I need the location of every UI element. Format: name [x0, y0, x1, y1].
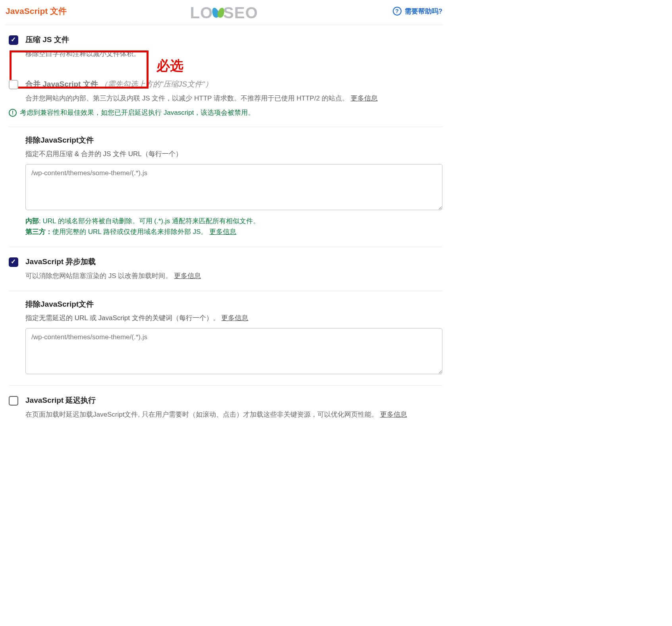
section-title: JavaScript 文件: [6, 6, 67, 17]
combine-js-title-paren: （需先勾选上方的"压缩JS文件"）: [100, 80, 212, 88]
defer-js-checkbox[interactable]: [9, 257, 18, 267]
minify-js-desc: 移除空白字符和注释以减小文件体积。: [25, 49, 442, 59]
more-info-link[interactable]: 更多信息: [380, 411, 407, 418]
exclude-defer-title: 排除JavaScript文件: [25, 299, 442, 309]
combine-js-title-main: 合并 JavaScript 文件: [25, 80, 98, 88]
defer-js-desc: 可以消除您网站阻塞渲染的 JS 以改善加载时间。 更多信息: [25, 271, 442, 281]
combine-js-desc: 合并您网站内的内部、第三方以及内联 JS 文件，以减少 HTTP 请求数。不推荐…: [25, 93, 442, 104]
help-icon: ?: [393, 7, 402, 15]
delay-js-desc-text: 在页面加载时延迟加载JaveScript文件, 只在用户需要时（如滚动、点击）才…: [25, 411, 378, 418]
combine-js-checkbox[interactable]: [9, 80, 18, 89]
exclude-js-defer-block: 排除JavaScript文件 指定无需延迟的 URL 或 JavaScript …: [6, 291, 442, 376]
exclude-defer-textarea[interactable]: [25, 328, 442, 374]
exclude-minify-desc: 指定不启用压缩 & 合并的 JS 文件 URL（每行一个）: [25, 149, 442, 158]
delay-js-title: JavaScript 延迟执行: [25, 395, 442, 406]
option-combine-js: 合并 JavaScript 文件 （需先勾选上方的"压缩JS文件"） 合并您网站…: [6, 70, 442, 104]
more-info-link[interactable]: 更多信息: [351, 95, 378, 102]
settings-panel: 必选 压缩 JS 文件 移除空白字符和注释以减小文件体积。 合并 JavaScr…: [6, 25, 442, 419]
hint-third-text: 使用完整的 URL 路径或仅使用域名来排除外部 JS。: [52, 228, 207, 236]
exclude-defer-desc-text: 指定无需延迟的 URL 或 JavaScript 文件的关键词（每行一个）。: [25, 314, 220, 322]
exclude-hints: 内部: URL 的域名部分将被自动删除。可用 (.*).js 通配符来匹配所有相…: [25, 216, 442, 237]
combine-warning: ! 考虑到兼容性和最佳效果，如您已开启延迟执行 Javascript，该选项会被…: [9, 108, 442, 117]
delay-js-checkbox[interactable]: [9, 396, 18, 406]
defer-js-desc-text: 可以消除您网站阻塞渲染的 JS 以改善加载时间。: [25, 272, 172, 280]
combine-warning-text: 考虑到兼容性和最佳效果，如您已开启延迟执行 Javascript，该选项会被禁用…: [20, 108, 255, 117]
delay-js-desc: 在页面加载时延迟加载JaveScript文件, 只在用户需要时（如滚动、点击）才…: [25, 410, 442, 420]
combine-js-title: 合并 JavaScript 文件 （需先勾选上方的"压缩JS文件"）: [25, 79, 442, 89]
combine-js-desc-text: 合并您网站内的内部、第三方以及内联 JS 文件，以减少 HTTP 请求数。不推荐…: [25, 95, 349, 102]
minify-js-title: 压缩 JS 文件: [25, 35, 442, 45]
warning-icon: !: [9, 109, 17, 117]
help-link-label: 需要帮助吗?: [405, 7, 442, 16]
hint-third-label: 第三方：: [25, 228, 52, 236]
defer-js-title: JavaScript 异步加载: [25, 257, 442, 267]
hint-internal-label: 内部: [25, 217, 39, 225]
option-defer-js: JavaScript 异步加载 可以消除您网站阻塞渲染的 JS 以改善加载时间。…: [6, 247, 442, 281]
exclude-minify-textarea[interactable]: [25, 164, 442, 210]
exclude-defer-desc: 指定无需延迟的 URL 或 JavaScript 文件的关键词（每行一个）。 更…: [25, 313, 442, 323]
minify-js-checkbox[interactable]: [9, 35, 18, 45]
logo-text-right: SEO: [223, 4, 258, 22]
help-link[interactable]: ? 需要帮助吗?: [393, 7, 442, 16]
more-info-link[interactable]: 更多信息: [174, 272, 201, 280]
option-minify-js: 压缩 JS 文件 移除空白字符和注释以减小文件体积。: [6, 25, 442, 59]
option-delay-js: JavaScript 延迟执行 在页面加载时延迟加载JaveScript文件, …: [6, 386, 442, 420]
hint-internal-text: : URL 的域名部分将被自动删除。可用 (.*).js 通配符来匹配所有相似文…: [39, 217, 260, 225]
page-header: JavaScript 文件 LO SEO ? 需要帮助吗?: [6, 0, 442, 25]
more-info-link[interactable]: 更多信息: [209, 228, 236, 236]
logo: LO SEO: [190, 4, 258, 22]
logo-text-left: LO: [190, 4, 213, 22]
exclude-js-minify-block: 排除JavaScript文件 指定不启用压缩 & 合并的 JS 文件 URL（每…: [6, 127, 442, 237]
exclude-minify-title: 排除JavaScript文件: [25, 135, 442, 145]
more-info-link[interactable]: 更多信息: [221, 314, 248, 322]
leaf-icon: [212, 4, 224, 18]
